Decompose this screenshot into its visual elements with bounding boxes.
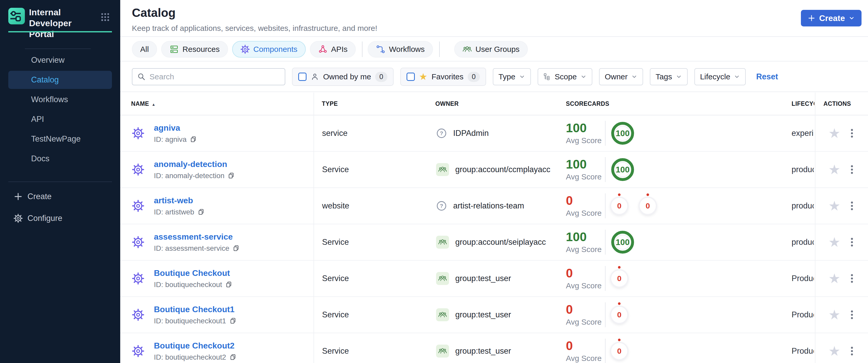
col-name[interactable]: NAME▲ [131,100,156,107]
component-id: ID: boutiquecheckout1 [154,317,237,325]
scorecard-ring[interactable]: 0 [611,198,627,214]
favorite-star-icon[interactable]: ★ [828,272,840,285]
sidebar-create-button[interactable]: Create [0,186,120,207]
component-name-link[interactable]: assessment-service [154,232,233,241]
create-button[interactable]: Create [801,10,862,26]
plus-icon [808,14,815,22]
apps-grid-icon[interactable] [100,12,111,22]
component-name-link[interactable]: Boutique Checkout [154,268,230,278]
owned-by-me-filter[interactable]: Owned by me 0 [292,68,394,86]
table-row[interactable]: assessment-service ID: assessment-servic… [120,224,868,261]
tags-dropdown[interactable]: Tags [650,68,687,85]
copy-icon[interactable] [190,136,197,143]
sidebar-item-overview[interactable]: Overview [0,50,120,70]
col-lifecycle: LIFECYCLE [792,100,814,107]
page-title: Catalog [132,6,176,20]
type-dropdown[interactable]: Type [493,68,531,85]
scorecard-ring[interactable]: 100 [611,122,634,145]
page-subtitle: Keep track of applications, services, we… [132,24,377,33]
group-icon [436,236,449,249]
app-logo [8,8,25,24]
scorecard-ring[interactable]: 100 [611,158,634,181]
component-name-link[interactable]: anomaly-detection [154,159,227,169]
lifecycle-cell: Production [792,274,814,283]
copy-icon[interactable] [197,209,205,216]
favorite-star-icon[interactable]: ★ [828,199,840,213]
sidebar-divider [8,181,112,182]
reset-filters-link[interactable]: Reset [756,72,778,82]
scorecard-ring[interactable]: 0 [611,307,627,323]
tags-dropdown-label: Tags [655,72,672,81]
tab-all[interactable]: All [132,41,157,58]
owner-name: group:account/ccmplayacc [455,165,550,174]
favorites-filter[interactable]: ★ Favorites 0 [400,68,486,86]
scorecard-ring[interactable]: 0 [611,343,627,359]
favorite-star-icon[interactable]: ★ [828,344,840,358]
scorecard-ring[interactable]: 100 [611,231,634,253]
component-gear-icon [132,127,144,140]
kebab-menu-icon[interactable] [846,127,858,139]
scorecard-ring[interactable]: 0 [640,198,656,214]
component-name-link[interactable]: agniva [154,123,180,132]
lifecycle-dropdown[interactable]: Lifecycle [694,68,746,85]
portal-title: Internal Developer Portal [29,7,98,39]
owned-by-me-checkbox[interactable] [298,72,307,81]
copy-icon[interactable] [227,172,235,179]
component-gear-icon [132,200,144,212]
sidebar-item-api[interactable]: API [0,110,120,129]
scorecard-ring[interactable]: 0 [611,270,627,286]
table-row[interactable]: artist-web ID: artistweb website artist-… [120,188,868,224]
favorite-star-icon[interactable]: ★ [828,163,840,176]
lifecycle-dropdown-label: Lifecycle [700,72,731,81]
sidebar-item-testnewpage[interactable]: TestNewPage [0,129,120,149]
search-box[interactable] [132,68,285,85]
lifecycle-cell: Production [792,346,814,356]
sidebar-nav: Overview Catalog Workflows API TestNewPa… [0,50,120,169]
favorite-star-icon[interactable]: ★ [828,308,840,322]
main-content: Catalog Keep track of applications, serv… [120,0,868,363]
component-name-link[interactable]: Boutique Checkout2 [154,341,235,350]
tab-user-groups[interactable]: User Groups [454,41,528,58]
group-icon [436,272,449,285]
sidebar-item-catalog[interactable]: Catalog [8,71,112,89]
copy-icon[interactable] [229,317,237,325]
copy-icon[interactable] [232,245,240,252]
component-id-text: ID: agniva [154,135,187,144]
name-cell: agniva ID: agniva [154,123,197,144]
component-name-link[interactable]: Boutique Checkout1 [154,305,235,314]
kebab-menu-icon[interactable] [846,164,858,175]
scope-dropdown[interactable]: Scope [538,68,592,85]
search-input[interactable] [150,72,280,81]
favorite-star-icon[interactable]: ★ [828,126,840,140]
copy-icon[interactable] [229,354,237,361]
tab-resources[interactable]: Resources [161,41,228,58]
owner-dropdown-label: Owner [605,72,627,81]
kebab-menu-icon[interactable] [846,309,858,321]
favorites-checkbox[interactable] [406,72,415,81]
tab-workflows[interactable]: Workflows [368,41,433,58]
favorite-star-icon[interactable]: ★ [828,236,840,249]
question-icon [436,128,447,139]
tab-apis[interactable]: APIs [310,41,356,58]
component-name-link[interactable]: artist-web [154,196,193,205]
lifecycle-cell: experimental [792,129,814,138]
sidebar-item-docs[interactable]: Docs [0,149,120,169]
table-row[interactable]: Boutique Checkout2 ID: boutiquecheckout2… [120,333,868,363]
catalog-table: NAME▲ TYPE OWNER SCORECARDS LIFECYCLE AC… [120,93,868,363]
name-cell: assessment-service ID: assessment-servic… [154,232,240,252]
table-row[interactable]: Boutique Checkout1 ID: boutiquecheckout1… [120,297,868,333]
table-row[interactable]: Boutique Checkout ID: boutiquecheckout S… [120,261,868,297]
tab-components[interactable]: Components [232,41,306,58]
copy-icon[interactable] [225,281,232,288]
kebab-menu-icon[interactable] [846,273,858,284]
tab-all-label: All [140,45,149,54]
table-row[interactable]: anomaly-detection ID: anomaly-detection … [120,152,868,188]
sidebar-item-workflows[interactable]: Workflows [0,90,120,110]
kebab-menu-icon[interactable] [846,345,858,357]
owner-dropdown[interactable]: Owner [599,68,643,85]
sidebar-configure-button[interactable]: Configure [0,207,120,229]
kebab-menu-icon[interactable] [846,200,858,212]
kebab-menu-icon[interactable] [846,237,858,248]
table-row[interactable]: agniva ID: agniva service IDPAdmin 100 A… [120,115,868,152]
table-header: NAME▲ TYPE OWNER SCORECARDS LIFECYCLE AC… [120,93,868,115]
